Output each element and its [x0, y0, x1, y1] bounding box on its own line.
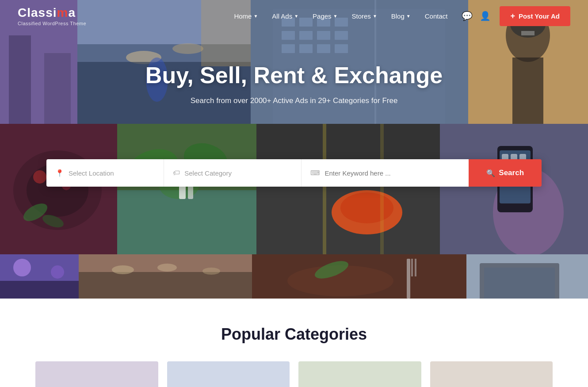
location-placeholder-text: Select Location — [69, 169, 114, 177]
popular-categories-section: Popular Categories — [0, 299, 588, 387]
search-bar: 📍 Select Location 🏷 Select Category ⌨ 🔍 … — [46, 159, 542, 187]
svg-rect-79 — [407, 259, 410, 299]
svg-point-68 — [13, 259, 31, 276]
user-icon-button[interactable]: 👤 — [480, 11, 491, 21]
nav-link-blog[interactable]: Blog ▼ — [386, 9, 416, 23]
post-ad-button[interactable]: + Post Your Ad — [500, 6, 570, 26]
svg-rect-81 — [415, 259, 416, 276]
nav-label-pages: Pages — [313, 12, 332, 20]
nav-link-stores[interactable]: Stores ▼ — [347, 9, 382, 23]
search-icon: 🔍 — [486, 169, 495, 177]
hero-photo-7 — [256, 124, 440, 254]
search-button[interactable]: 🔍 Search — [469, 159, 542, 187]
popular-categories-title: Popular Categories — [35, 325, 553, 344]
keyword-field-wrapper: ⌨ — [302, 159, 469, 187]
hero-photo-8 — [440, 124, 588, 254]
logo-text: Classima — [18, 6, 86, 20]
category-card-4[interactable] — [430, 361, 553, 387]
hero-photo-12 — [466, 254, 588, 299]
category-grid — [35, 361, 553, 387]
svg-rect-43 — [117, 190, 256, 254]
nav-label-contact: Contact — [425, 12, 448, 20]
nav-label-home: Home — [234, 12, 252, 20]
hero-photo-11 — [252, 254, 466, 299]
svg-point-73 — [112, 265, 134, 274]
hero-title: Buy, Sell, Rent & Exchange — [145, 62, 443, 88]
nav-item-home[interactable]: Home ▼ — [229, 9, 263, 23]
tag-icon: 🏷 — [173, 169, 180, 177]
category-card-3[interactable] — [298, 361, 421, 387]
svg-point-75 — [202, 268, 220, 275]
nav-item-blog[interactable]: Blog ▼ — [386, 9, 416, 23]
location-icon: 📍 — [55, 169, 64, 177]
category-card-2[interactable] — [167, 361, 290, 387]
chevron-down-icon-3: ▼ — [333, 14, 338, 19]
svg-point-69 — [51, 265, 64, 279]
logo-dot: m — [57, 6, 69, 19]
chevron-down-icon-5: ▼ — [406, 14, 411, 19]
logo-tagline: Classified WordPress Theme — [18, 21, 86, 26]
svg-point-53 — [340, 192, 393, 223]
plus-icon: + — [510, 11, 515, 21]
category-placeholder-text: Select Category — [184, 169, 232, 177]
svg-rect-86 — [484, 268, 555, 299]
nav-link-home[interactable]: Home ▼ — [229, 9, 263, 23]
nav-link-allads[interactable]: All Ads ▼ — [267, 9, 304, 23]
svg-rect-70 — [0, 281, 79, 299]
nav-item-contact[interactable]: Contact — [420, 9, 453, 23]
nav-label-blog: Blog — [391, 12, 405, 20]
hero-photo-9 — [0, 254, 79, 299]
hero-photo-5 — [0, 124, 117, 254]
hero-photo-6 — [117, 124, 256, 254]
chevron-down-icon-2: ▼ — [294, 14, 298, 19]
nav-icons: 💬 👤 — [462, 11, 491, 21]
svg-rect-80 — [411, 259, 413, 276]
post-ad-label: Post Your Ad — [519, 12, 560, 20]
svg-point-74 — [157, 264, 177, 272]
nav-item-allads[interactable]: All Ads ▼ — [267, 9, 304, 23]
nav-link-pages[interactable]: Pages ▼ — [307, 9, 343, 23]
navbar: Classima Classified WordPress Theme Home… — [0, 0, 588, 32]
hero-subtitle: Search from over 2000+ Active Ads in 29+… — [191, 96, 398, 105]
svg-rect-72 — [79, 272, 252, 299]
category-card-1[interactable] — [35, 361, 158, 387]
nav-label-allads: All Ads — [272, 12, 292, 20]
search-button-label: Search — [499, 169, 524, 177]
svg-rect-55 — [380, 124, 384, 254]
nav-item-stores[interactable]: Stores ▼ — [347, 9, 382, 23]
nav-links: Home ▼ All Ads ▼ Pages ▼ Stores ▼ — [229, 9, 453, 23]
nav-label-stores: Stores — [352, 12, 371, 20]
category-selector[interactable]: 🏷 Select Category — [164, 159, 302, 187]
nav-link-contact[interactable]: Contact — [420, 9, 453, 23]
svg-rect-54 — [323, 124, 326, 254]
chat-icon-button[interactable]: 💬 — [462, 11, 473, 21]
chevron-down-icon: ▼ — [253, 14, 258, 19]
svg-point-37 — [33, 170, 46, 184]
keyword-input[interactable] — [325, 169, 460, 177]
nav-item-pages[interactable]: Pages ▼ — [307, 9, 343, 23]
hero-section: Buy, Sell, Rent & Exchange Search from o… — [0, 0, 588, 299]
chevron-down-icon-4: ▼ — [373, 14, 377, 19]
keyboard-icon: ⌨ — [310, 169, 320, 177]
hero-photo-10 — [79, 254, 252, 299]
location-selector[interactable]: 📍 Select Location — [46, 159, 164, 187]
logo-area: Classima Classified WordPress Theme — [18, 6, 86, 26]
